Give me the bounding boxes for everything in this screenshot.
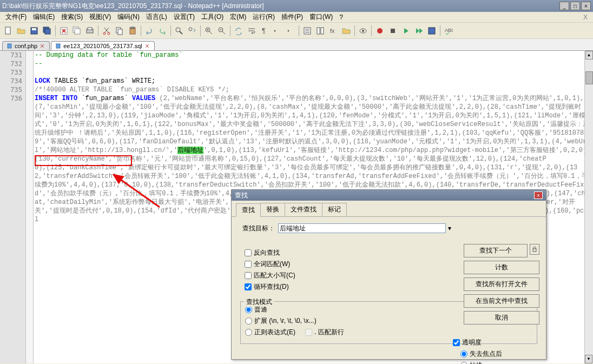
find-lock-button[interactable]	[530, 244, 539, 255]
svg-rect-31	[8, 44, 11, 48]
record-icon	[375, 27, 384, 35]
dropdown-icon[interactable]: ▾	[448, 224, 451, 232]
folder-icon	[17, 27, 25, 35]
menubar: 文件(F) 编辑(E) 搜索(S) 视图(V) 编码(N) 语言(L) 设置(T…	[0, 12, 593, 23]
tool-find[interactable]	[173, 25, 185, 37]
tool-sync[interactable]	[233, 25, 245, 37]
tool-saveall[interactable]	[41, 25, 53, 37]
tool-new[interactable]	[2, 25, 14, 37]
svg-text:ABC: ABC	[445, 28, 453, 33]
tool-playmulti[interactable]	[413, 25, 425, 37]
code-kw: LOCK	[35, 77, 50, 85]
opt-transparency[interactable]: 透明度	[453, 338, 539, 347]
scroll-down-icon[interactable]: ▼	[585, 355, 592, 363]
tool-indent[interactable]	[272, 25, 284, 37]
menu-encoding[interactable]: 编码(N)	[114, 11, 143, 23]
search-highlight: 后端地址	[177, 147, 203, 154]
find-next-button[interactable]: 查找下一个	[464, 244, 528, 257]
line-num: 732	[3, 59, 22, 68]
tool-outdent[interactable]	[285, 25, 296, 37]
tool-wrap[interactable]	[246, 25, 258, 37]
tool-allchars[interactable]: ¶	[259, 25, 271, 37]
tool-doclist[interactable]	[301, 25, 313, 37]
window-max-button[interactable]: □	[570, 2, 580, 10]
window-min-button[interactable]: _	[559, 2, 569, 10]
wrap-icon	[247, 27, 256, 35]
tool-play[interactable]	[400, 25, 412, 37]
trans-always[interactable]: 始终	[460, 361, 539, 364]
toolbar-sep	[440, 25, 440, 36]
cut-icon	[102, 27, 111, 35]
window-close-button[interactable]: ×	[581, 2, 591, 10]
menubar-close-x[interactable]: X	[580, 14, 591, 21]
tab-find[interactable]: 查找	[236, 203, 261, 217]
group-title: 查找模式	[244, 297, 274, 307]
tab-mark[interactable]: 标记	[322, 203, 347, 216]
menu-language[interactable]: 语言(L)	[143, 11, 170, 23]
menu-window[interactable]: 窗口(W)	[306, 11, 336, 23]
tool-stop[interactable]	[387, 25, 399, 37]
tool-docmap[interactable]	[314, 25, 326, 37]
trans-lostfocus[interactable]: 失去焦点后	[460, 349, 539, 359]
mode-regex[interactable]: 正则表达式(E) . 匹配新行	[245, 328, 532, 337]
svg-rect-2	[32, 28, 36, 30]
replace-icon	[188, 27, 196, 35]
tool-redo[interactable]	[156, 25, 168, 37]
menu-plugins[interactable]: 插件(P)	[278, 11, 306, 23]
tab-replace[interactable]: 替换	[260, 203, 285, 216]
cancel-button[interactable]: 取消	[464, 311, 539, 325]
line-num: 733	[3, 68, 22, 77]
tab-sql-file[interactable]: ee123_20210705_231737.sql	[51, 41, 155, 50]
dialog-titlebar[interactable]: 查找 ×	[232, 190, 546, 201]
tool-spellcheck[interactable]: ABC	[443, 25, 454, 37]
tool-savemacro[interactable]	[426, 25, 438, 37]
tool-cut[interactable]	[101, 25, 113, 37]
tool-replace[interactable]	[186, 25, 198, 37]
scroll-up-icon[interactable]: ▲	[585, 51, 593, 59]
svg-rect-23	[321, 28, 324, 34]
svg-rect-32	[56, 44, 60, 48]
tool-monitor[interactable]	[357, 25, 369, 37]
tool-closeall[interactable]	[71, 25, 83, 37]
menu-settings[interactable]: 设置(T)	[170, 11, 198, 23]
tab-conf-php[interactable]: conf.php	[2, 41, 50, 50]
vertical-scrollbar[interactable]: ▲ ▼	[584, 51, 593, 363]
menu-tools[interactable]: 工具(O)	[198, 11, 227, 23]
tab-findfiles[interactable]: 文件查找	[285, 203, 322, 216]
tab-close-icon[interactable]	[39, 43, 45, 49]
menu-search[interactable]: 搜索(S)	[58, 11, 86, 23]
tool-copy[interactable]	[114, 25, 126, 37]
tool-zoomout[interactable]	[216, 25, 228, 37]
tool-open[interactable]	[15, 25, 27, 37]
tool-folder[interactable]	[340, 25, 352, 37]
saveall-icon	[43, 27, 51, 35]
find-target-label: 查找目标：	[237, 224, 275, 233]
svg-point-17	[189, 28, 192, 31]
find-all-open-button[interactable]: 查找所有打开文件	[464, 277, 539, 291]
copy-icon	[115, 27, 124, 35]
dialog-close-button[interactable]: ×	[534, 191, 543, 199]
menu-help[interactable]: ?	[336, 12, 346, 22]
tool-print[interactable]	[84, 25, 96, 37]
tool-zoomin[interactable]	[203, 25, 215, 37]
play-icon	[401, 27, 410, 35]
scroll-thumb[interactable]	[585, 71, 593, 84]
tool-record[interactable]	[374, 25, 386, 37]
menu-view[interactable]: 视图(V)	[86, 11, 114, 23]
count-button[interactable]: 计数	[464, 261, 539, 274]
menu-macro[interactable]: 宏(M)	[227, 11, 249, 23]
tool-close[interactable]	[58, 25, 70, 37]
menu-run[interactable]: 运行(R)	[249, 11, 278, 23]
toolbar-sep	[55, 25, 56, 36]
tab-close-icon[interactable]	[144, 43, 150, 49]
document-tabs: conf.php ee123_20210705_231737.sql	[0, 39, 593, 51]
find-target-input[interactable]	[278, 223, 446, 233]
menu-edit[interactable]: 编辑(E)	[30, 11, 58, 23]
tool-funcs[interactable]: fx	[327, 25, 339, 37]
outdent-icon	[286, 27, 295, 35]
tool-save[interactable]	[28, 25, 40, 37]
tool-undo[interactable]	[143, 25, 155, 37]
menu-file[interactable]: 文件(F)	[2, 11, 30, 23]
tool-paste[interactable]	[127, 25, 139, 37]
find-in-current-button[interactable]: 在当前文件中查找	[464, 294, 539, 308]
